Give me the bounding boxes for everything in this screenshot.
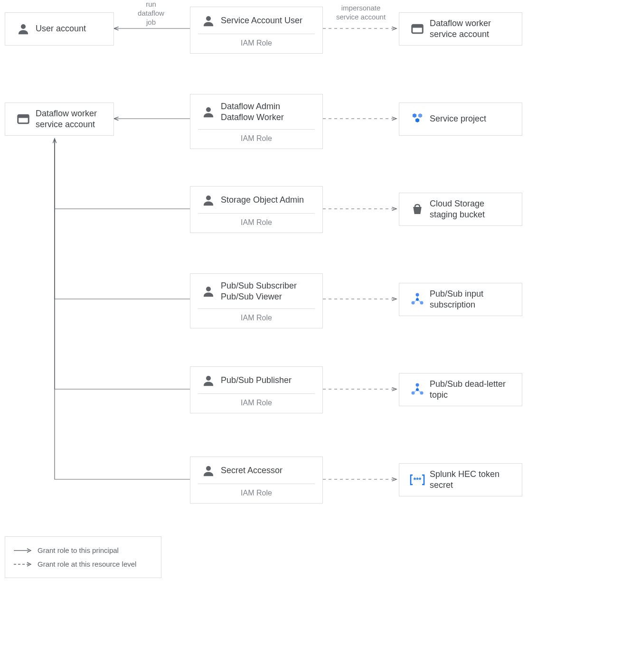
node-pubsub-input-subscription: Pub/Sub input subscription — [399, 283, 522, 316]
node-label: Pub/Sub dead-letter topic — [428, 379, 514, 401]
svg-point-9 — [206, 16, 211, 21]
node-label: Service project — [428, 113, 486, 124]
svg-point-26 — [416, 298, 419, 301]
person-icon — [13, 22, 34, 36]
pubsub-icon — [407, 292, 428, 307]
edge-label-run-dataflow: run dataflow job — [118, 0, 184, 27]
legend-row-solid: Grant role to this principal — [13, 543, 151, 557]
node-user-account: User account — [5, 12, 114, 46]
svg-point-33 — [420, 392, 424, 395]
legend-text: Grant role to this principal — [33, 546, 119, 554]
role-secret-accessor: Secret Accessor IAM Role — [190, 457, 323, 504]
legend-text: Grant role at this resource level — [33, 560, 136, 568]
role-subtitle: IAM Role — [198, 130, 315, 143]
person-icon — [198, 105, 219, 119]
role-title: Storage Object Admin — [219, 195, 304, 205]
svg-marker-16 — [418, 113, 422, 118]
role-title: Dataflow Admin Dataflow Worker — [219, 101, 284, 123]
svg-point-14 — [206, 107, 211, 112]
role-subtitle: IAM Role — [198, 394, 315, 407]
role-pubsub-subscriber-viewer: Pub/Sub Subscriber Pub/Sub Viewer IAM Ro… — [190, 273, 323, 328]
svg-point-18 — [206, 196, 211, 200]
svg-point-34 — [416, 388, 419, 391]
node-label: Dataflow worker service account — [34, 108, 106, 131]
svg-point-31 — [416, 383, 419, 387]
svg-rect-11 — [412, 25, 423, 28]
svg-point-19 — [206, 287, 211, 291]
node-pubsub-deadletter-topic: Pub/Sub dead-letter topic — [399, 373, 522, 406]
bucket-icon — [407, 202, 428, 216]
role-pubsub-publisher: Pub/Sub Publisher IAM Role — [190, 366, 323, 413]
svg-point-23 — [416, 293, 419, 297]
person-icon — [198, 193, 219, 207]
role-subtitle: IAM Role — [198, 484, 315, 497]
role-title: Pub/Sub Publisher — [219, 375, 292, 386]
svg-point-32 — [412, 392, 415, 395]
role-title: Service Account User — [219, 15, 302, 26]
iam-icon — [13, 112, 34, 126]
secret-icon: *** — [407, 473, 428, 487]
project-hexagon-icon — [407, 112, 428, 127]
role-title: Secret Accessor — [219, 465, 283, 476]
role-subtitle: IAM Role — [198, 214, 315, 227]
svg-point-25 — [420, 301, 424, 305]
node-label: Pub/Sub input subscription — [428, 289, 514, 311]
dashed-arrow-icon — [13, 561, 33, 568]
svg-point-8 — [21, 24, 26, 29]
person-icon — [198, 464, 219, 478]
svg-point-24 — [412, 301, 415, 305]
node-label: User account — [34, 23, 86, 34]
role-storage-object-admin: Storage Object Admin IAM Role — [190, 186, 323, 233]
node-splunk-hec-token-secret: *** Splunk HEC token secret — [399, 463, 522, 496]
legend-row-dashed: Grant role at this resource level — [13, 557, 151, 571]
role-subtitle: IAM Role — [198, 34, 315, 47]
svg-rect-13 — [18, 115, 29, 118]
node-dataflow-worker-sa-top: Dataflow worker service account — [399, 12, 522, 46]
svg-point-27 — [206, 376, 211, 381]
node-dataflow-worker-sa-left: Dataflow worker service account — [5, 103, 114, 136]
edge-label-impersonate: impersonate service account — [328, 4, 394, 22]
role-subtitle: IAM Role — [198, 309, 315, 322]
solid-arrow-icon — [13, 547, 33, 554]
person-icon — [198, 373, 219, 388]
node-cloud-storage-bucket: Cloud Storage staging bucket — [399, 193, 522, 226]
node-label: Splunk HEC token secret — [428, 469, 514, 491]
person-icon — [198, 284, 219, 299]
legend: Grant role to this principal Grant role … — [5, 536, 161, 578]
role-dataflow-admin-worker: Dataflow Admin Dataflow Worker IAM Role — [190, 94, 323, 149]
svg-point-35 — [206, 466, 211, 471]
role-service-account-user: Service Account User IAM Role — [190, 7, 323, 54]
node-service-project: Service project — [399, 103, 522, 136]
iam-icon — [407, 22, 428, 36]
node-label: Dataflow worker service account — [428, 18, 514, 40]
pubsub-icon — [407, 382, 428, 397]
svg-marker-15 — [413, 113, 416, 118]
role-title: Pub/Sub Subscriber Pub/Sub Viewer — [219, 280, 297, 303]
node-label: Cloud Storage staging bucket — [428, 198, 514, 221]
person-icon — [198, 14, 219, 28]
svg-marker-17 — [415, 118, 419, 122]
svg-text:***: *** — [414, 476, 422, 484]
